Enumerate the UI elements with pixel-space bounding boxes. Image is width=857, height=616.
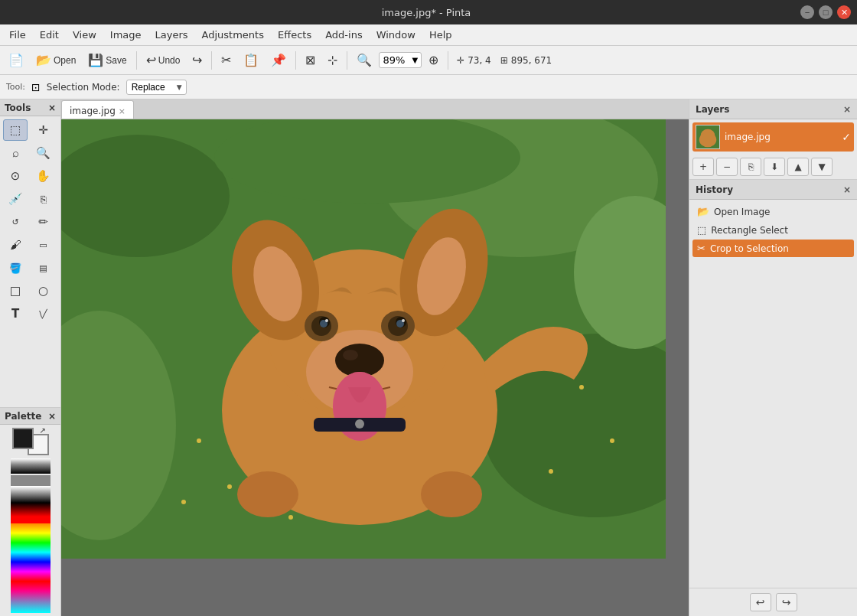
history-item-rectangle-select[interactable]: ⬚ Rectangle Select bbox=[692, 221, 854, 239]
menu-image[interactable]: Image bbox=[104, 27, 148, 43]
zoom-dropdown-arrow[interactable]: ▼ bbox=[412, 56, 418, 64]
tool-lasso[interactable]: ⌕ bbox=[3, 142, 28, 164]
tab-close-button[interactable]: × bbox=[119, 106, 125, 116]
tool-rectangle-select[interactable]: ⬚ bbox=[3, 119, 28, 141]
move-layer-up-button[interactable]: ▲ bbox=[787, 158, 809, 176]
menu-window[interactable]: Window bbox=[370, 27, 422, 43]
redo-icon: ↪ bbox=[192, 53, 202, 67]
toolbox: Tools × ⬚ ✛ ⌕ 🔍 ⊙ ✋ 💉 ⎘ ↺ ✏ 🖌 ▭ 🪣 ▤ □ ○ … bbox=[0, 99, 61, 616]
selection-mode-select[interactable]: Replace Add Subtract Intersect bbox=[126, 80, 187, 95]
separator bbox=[211, 51, 212, 70]
foreground-color-swatch[interactable] bbox=[12, 428, 34, 449]
history-item-crop[interactable]: ✂ Crop to Selection bbox=[692, 240, 854, 257]
add-layer-button[interactable]: + bbox=[692, 158, 714, 176]
history-collapse-button[interactable]: × bbox=[843, 184, 851, 195]
tool-shapes[interactable]: □ bbox=[3, 280, 28, 301]
tool-magic-wand[interactable]: ⊙ bbox=[3, 165, 28, 187]
zoom-in-icon: ⊕ bbox=[428, 53, 438, 67]
svg-point-8 bbox=[227, 484, 232, 489]
color-palette[interactable] bbox=[11, 475, 51, 613]
rect-select-history-label: Rectangle Select bbox=[711, 225, 788, 236]
merge-layer-button[interactable]: ⬇ bbox=[764, 158, 785, 176]
zoom-control[interactable]: 89% ▼ bbox=[379, 52, 422, 68]
move-layer-down-button[interactable]: ▼ bbox=[811, 158, 833, 176]
history-list: 📂 Open Image ⬚ Rectangle Select ✂ Crop t… bbox=[689, 200, 857, 588]
delete-layer-button[interactable]: − bbox=[716, 158, 738, 176]
crop-button[interactable]: ⊠ bbox=[300, 50, 321, 70]
palette-collapse-icon[interactable]: × bbox=[48, 411, 56, 422]
layer-item[interactable]: image.jpg ✓ bbox=[692, 122, 854, 152]
toolbox-collapse-icon[interactable]: × bbox=[48, 103, 56, 113]
layer-name: image.jpg bbox=[725, 132, 837, 142]
zoom-out-button[interactable]: 🔍 bbox=[351, 50, 377, 70]
open-button[interactable]: 📂 Open bbox=[31, 50, 81, 70]
svg-point-11 bbox=[579, 385, 584, 389]
maximize-button[interactable]: □ bbox=[819, 5, 833, 19]
history-redo-button[interactable]: ↪ bbox=[776, 593, 797, 611]
cut-button[interactable]: ✂ bbox=[216, 50, 236, 70]
tool-pan[interactable]: ✋ bbox=[31, 165, 56, 187]
redo-button[interactable]: ↪ bbox=[187, 50, 207, 70]
svg-point-32 bbox=[402, 319, 405, 322]
menu-layers[interactable]: Layers bbox=[149, 27, 194, 43]
menu-edit[interactable]: Edit bbox=[34, 27, 65, 43]
menu-adjustments[interactable]: Adjustments bbox=[196, 27, 270, 43]
copy-icon: 📋 bbox=[243, 53, 259, 67]
history-item-open-image[interactable]: 📂 Open Image bbox=[692, 203, 854, 220]
tool-gradient[interactable]: ▤ bbox=[31, 257, 56, 279]
tool-line[interactable]: \╱ bbox=[31, 303, 56, 324]
tool-icon: ⊡ bbox=[31, 81, 41, 93]
tool-ellipse[interactable]: ○ bbox=[31, 280, 56, 301]
image-tab[interactable]: image.jpg × bbox=[61, 100, 134, 119]
layers-collapse-button[interactable]: × bbox=[843, 104, 851, 115]
selection-mode-dropdown-wrap[interactable]: Replace Add Subtract Intersect bbox=[126, 80, 187, 95]
new-icon: 📄 bbox=[8, 53, 24, 67]
open-image-history-icon: 📂 bbox=[697, 206, 709, 217]
undo-icon: ↩ bbox=[146, 53, 156, 67]
toolbox-header: Tools × bbox=[0, 99, 60, 116]
swap-colors-button[interactable]: ↗ bbox=[40, 426, 51, 437]
tool-clone[interactable]: ⎘ bbox=[31, 188, 56, 210]
save-button[interactable]: 💾 Save bbox=[83, 50, 132, 70]
zoom-value: 89% bbox=[383, 54, 410, 66]
tool-move-selected[interactable]: ✛ bbox=[31, 119, 56, 141]
paste-button[interactable]: 📌 bbox=[266, 50, 292, 70]
tool-eraser[interactable]: ▭ bbox=[31, 234, 56, 256]
svg-point-31 bbox=[325, 319, 328, 322]
menu-help[interactable]: Help bbox=[423, 27, 458, 43]
svg-point-13 bbox=[549, 469, 553, 474]
menu-view[interactable]: View bbox=[67, 27, 103, 43]
undo-button[interactable]: ↩ Undo bbox=[141, 50, 186, 70]
palette-section: Palette × ↗ bbox=[0, 407, 60, 616]
right-panels: Layers × image.jpg ✓ + bbox=[689, 99, 857, 616]
primary-colors: ↗ bbox=[12, 428, 49, 455]
resize-icon: ⊹ bbox=[327, 53, 337, 67]
menu-addins[interactable]: Add-ins bbox=[319, 27, 368, 43]
new-button[interactable]: 📄 bbox=[3, 50, 29, 70]
canvas-area: image.jpg × bbox=[61, 99, 689, 616]
tool-pencil[interactable]: ✏ bbox=[31, 211, 56, 233]
menu-effects[interactable]: Effects bbox=[272, 27, 318, 43]
svg-point-22 bbox=[343, 350, 358, 360]
canvas-container[interactable] bbox=[61, 119, 689, 616]
zoom-in-button[interactable]: ⊕ bbox=[423, 50, 444, 70]
selection-bar: Tool: ⊡ Selection Mode: Replace Add Subt… bbox=[0, 75, 857, 99]
resize-button[interactable]: ⊹ bbox=[322, 50, 343, 70]
duplicate-layer-button[interactable]: ⎘ bbox=[740, 158, 761, 176]
menu-file[interactable]: File bbox=[3, 27, 32, 43]
tool-zoom[interactable]: 🔍 bbox=[31, 142, 56, 164]
tool-text[interactable]: T bbox=[3, 303, 28, 324]
svg-point-38 bbox=[355, 419, 364, 429]
history-undo-button[interactable]: ↩ bbox=[750, 593, 771, 611]
tool-color-picker[interactable]: 💉 bbox=[3, 188, 28, 210]
layer-thumbnail bbox=[696, 125, 720, 149]
image-canvas[interactable] bbox=[61, 119, 666, 559]
minimize-button[interactable]: − bbox=[800, 5, 814, 19]
tool-paintbrush[interactable]: 🖌 bbox=[3, 234, 28, 256]
coordinates-display: ✛ 73, 4 ⊞ 895, 671 bbox=[452, 55, 556, 66]
close-button[interactable]: ✕ bbox=[837, 5, 851, 19]
grayscale-bar[interactable] bbox=[11, 458, 51, 474]
tool-recolor[interactable]: ↺ bbox=[3, 211, 28, 233]
tool-paint-bucket[interactable]: 🪣 bbox=[3, 257, 28, 279]
copy-button[interactable]: 📋 bbox=[238, 50, 264, 70]
